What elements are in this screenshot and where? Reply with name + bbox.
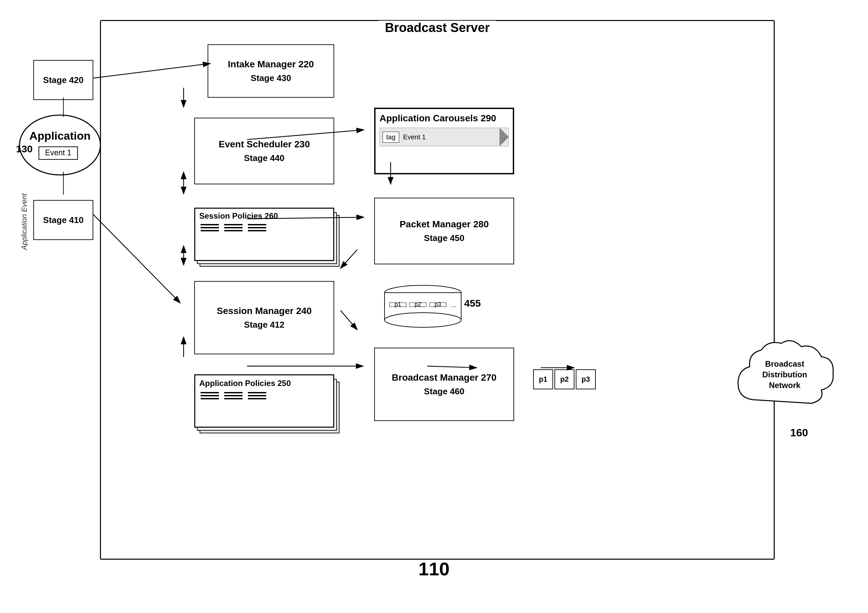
- app-policies-title: Application Policies 250: [195, 376, 333, 390]
- session-manager-stage: Stage 412: [244, 320, 284, 330]
- diagram-label-110: 110: [418, 558, 450, 580]
- packet-manager-title: Packet Manager 280: [400, 219, 489, 230]
- packet-box-p3: p3: [576, 369, 596, 390]
- intake-manager-title: Intake Manager 220: [228, 59, 314, 70]
- broadcast-server-box: Broadcast Server Intake Manager 220 Stag…: [100, 20, 775, 560]
- svg-text:Distribution: Distribution: [763, 370, 808, 379]
- label-130: 130: [16, 143, 33, 155]
- svg-point-6: [384, 313, 461, 327]
- stage420-box: Stage 420: [33, 60, 93, 100]
- carousel-bg: tag Event 1: [380, 128, 509, 146]
- packet-box-p1: p1: [533, 369, 553, 390]
- event-scheduler-title: Event Scheduler 230: [219, 139, 310, 150]
- label-455: 455: [464, 298, 481, 309]
- svg-text:Application: Application: [29, 129, 91, 142]
- app-policies-lines: [195, 390, 333, 401]
- svg-text:Broadcast: Broadcast: [765, 359, 804, 368]
- event1-text: Event 1: [403, 133, 426, 141]
- event-scheduler-stage: Stage 440: [244, 153, 284, 163]
- intake-manager-stage: Stage 430: [251, 73, 291, 83]
- application-policies-box: Application Policies 250: [194, 374, 334, 428]
- stage410-box: Stage 410: [33, 200, 93, 240]
- diagram-container: Stage 420 Application Event 1 130 Applic…: [13, 13, 855, 580]
- stage420-label: Stage 420: [43, 75, 83, 85]
- svg-text:...: ...: [451, 301, 457, 308]
- tag-box: tag: [383, 132, 399, 143]
- arrow-right: [499, 128, 509, 146]
- packet-boxes-row: p1 p2 p3: [533, 369, 596, 390]
- event-scheduler-box: Event Scheduler 230 Stage 440: [194, 118, 334, 184]
- app-carousels-title: Application Carousels 290: [380, 113, 496, 124]
- packet-manager-box: Packet Manager 280 Stage 450: [374, 198, 514, 264]
- stage410-label: Stage 410: [43, 215, 83, 225]
- carousel-item: tag Event 1: [380, 128, 509, 146]
- session-manager-box: Session Manager 240 Stage 412: [194, 281, 334, 354]
- application-event-label: Application Event: [20, 193, 29, 250]
- broadcast-manager-box: Broadcast Manager 270 Stage 460: [374, 348, 514, 421]
- intake-manager-box: Intake Manager 220 Stage 430: [208, 44, 334, 98]
- session-policies-lines: [195, 222, 333, 233]
- broadcast-manager-title: Broadcast Manager 270: [392, 372, 496, 383]
- packet-manager-stage: Stage 450: [424, 233, 464, 243]
- broadcast-manager-stage: Stage 460: [424, 386, 464, 397]
- session-policies-title: Session Policies 260: [195, 209, 333, 222]
- cloud-svg: Broadcast Distribution Network: [732, 333, 838, 420]
- database-svg: p1 p2 p3 ...: [380, 284, 466, 327]
- svg-text:Event 1: Event 1: [45, 148, 71, 157]
- broadcast-server-title: Broadcast Server: [378, 21, 496, 35]
- packet-box-p2: p2: [555, 369, 575, 390]
- svg-text:p3: p3: [434, 301, 441, 308]
- svg-text:p2: p2: [414, 301, 421, 308]
- session-manager-title: Session Manager 240: [217, 306, 312, 317]
- svg-text:p1: p1: [395, 301, 401, 308]
- svg-text:Network: Network: [769, 381, 801, 390]
- app-carousels-box: Application Carousels 290 tag Event 1: [374, 108, 514, 174]
- label-160: 160: [790, 427, 808, 439]
- session-policies-box: Session Policies 260: [194, 208, 334, 261]
